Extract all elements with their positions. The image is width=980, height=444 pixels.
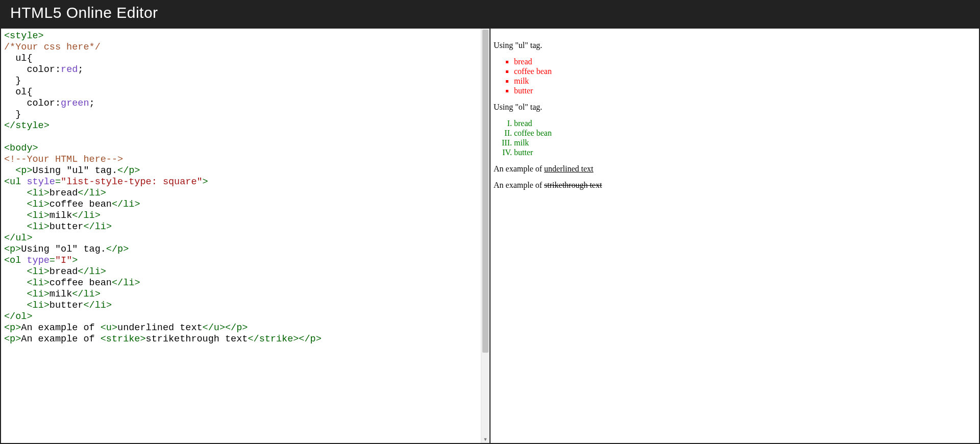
- list-item: milk: [514, 77, 976, 86]
- header: HTML5 Online Editor: [0, 0, 980, 29]
- preview-ul: breadcoffee beanmilkbutter: [494, 57, 976, 95]
- list-item: bread: [514, 57, 976, 66]
- strike-text: strikethrough text: [544, 181, 602, 189]
- preview-strike-line: An example of strikethrough text: [494, 181, 976, 190]
- preview-underline-line: An example of underlined text: [494, 164, 976, 174]
- app: HTML5 Online Editor <style> /*Your css h…: [0, 0, 980, 444]
- strike-prefix: An example of: [494, 181, 544, 189]
- scroll-thumb[interactable]: [482, 30, 488, 353]
- preview-ol: breadcoffee beanmilkbutter: [494, 119, 976, 157]
- list-item: milk: [514, 138, 976, 147]
- preview-ul-heading: Using "ul" tag.: [494, 41, 976, 50]
- code-editor[interactable]: <style> /*Your css here*/ ul{ color:red;…: [1, 29, 489, 443]
- list-item: butter: [514, 86, 976, 95]
- editor-pane: <style> /*Your css here*/ ul{ color:red;…: [0, 29, 491, 444]
- preview-ol-heading: Using "ol" tag.: [494, 103, 976, 112]
- list-item: coffee bean: [514, 129, 976, 138]
- preview-pane: Using "ul" tag. breadcoffee beanmilkbutt…: [491, 29, 980, 444]
- preview-content: Using "ul" tag. breadcoffee beanmilkbutt…: [491, 29, 979, 202]
- code-content[interactable]: <style> /*Your css here*/ ul{ color:red;…: [1, 29, 489, 347]
- list-item: butter: [514, 148, 976, 157]
- page-title: HTML5 Online Editor: [10, 4, 970, 21]
- list-item: coffee bean: [514, 67, 976, 76]
- underline-prefix: An example of: [494, 164, 544, 173]
- scroll-down-icon[interactable]: ▼: [481, 436, 489, 443]
- editor-scrollbar[interactable]: ▲ ▼: [481, 29, 489, 443]
- workspace: <style> /*Your css here*/ ul{ color:red;…: [0, 29, 980, 444]
- underline-text: underlined text: [544, 164, 593, 173]
- list-item: bread: [514, 119, 976, 128]
